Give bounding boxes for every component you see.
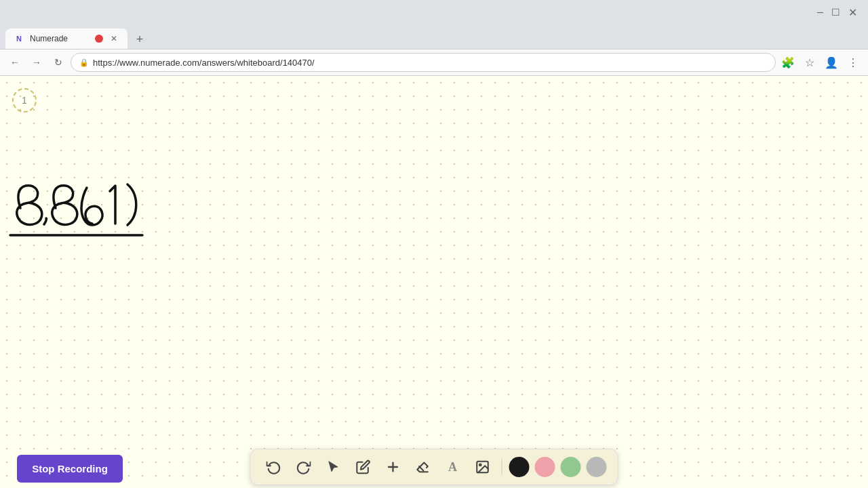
profile-button[interactable]: 👤 — [822, 53, 841, 72]
new-tab-button[interactable]: + — [130, 30, 149, 49]
address-bar[interactable]: 🔒 https://www.numerade.com/answers/white… — [71, 53, 776, 72]
active-tab[interactable]: N Numerade ✕ — [5, 28, 127, 49]
bottom-toolbar-container: A — [250, 449, 618, 485]
color-gray[interactable] — [587, 457, 607, 477]
color-green[interactable] — [561, 457, 581, 477]
toolbar-right: 🧩 ☆ 👤 ⋮ — [778, 53, 863, 72]
navigation-toolbar: ← → ↻ 🔒 https://www.numerade.com/answers… — [0, 49, 868, 76]
tab-bar: N Numerade ✕ + — [0, 24, 868, 49]
page-number: 1 — [22, 95, 27, 106]
undo-button[interactable] — [262, 455, 286, 479]
close-button[interactable]: ✕ — [848, 6, 857, 19]
maximize-button[interactable]: ☐ — [831, 7, 840, 18]
minimize-button[interactable]: – — [817, 6, 823, 18]
page-indicator: 1 — [12, 88, 37, 113]
url-text: https://www.numerade.com/answers/whitebo… — [93, 58, 767, 68]
lock-icon: 🔒 — [79, 58, 89, 67]
menu-button[interactable]: ⋮ — [844, 53, 863, 72]
math-drawing — [7, 171, 156, 252]
toolbar-divider — [502, 459, 502, 475]
select-button[interactable] — [321, 455, 346, 479]
recording-indicator — [95, 35, 103, 43]
text-button[interactable]: A — [441, 455, 465, 479]
bookmark-button[interactable]: ☆ — [800, 53, 819, 72]
eraser-button[interactable] — [411, 455, 435, 479]
refresh-button[interactable]: ↻ — [49, 53, 68, 72]
tab-favicon: N — [14, 33, 24, 44]
pen-button[interactable] — [351, 455, 376, 479]
color-black[interactable] — [509, 457, 530, 477]
title-bar: – ☐ ✕ — [0, 0, 868, 24]
tab-title: Numerade — [30, 34, 90, 43]
back-button[interactable]: ← — [5, 53, 24, 72]
whiteboard-page: 1 — [0, 76, 868, 488]
color-pink[interactable] — [535, 457, 555, 477]
browser-chrome: – ☐ ✕ N Numerade ✕ + ← → ↻ 🔒 https://www… — [0, 0, 868, 76]
add-button[interactable] — [381, 455, 406, 479]
bottom-toolbar: A — [250, 449, 618, 485]
redo-button[interactable] — [292, 455, 316, 479]
forward-button[interactable]: → — [27, 53, 46, 72]
image-button[interactable] — [471, 455, 495, 479]
tab-close-button[interactable]: ✕ — [108, 33, 119, 44]
stop-recording-button[interactable]: Stop Recording — [17, 455, 123, 483]
svg-point-4 — [479, 464, 481, 466]
extensions-button[interactable]: 🧩 — [778, 53, 797, 72]
